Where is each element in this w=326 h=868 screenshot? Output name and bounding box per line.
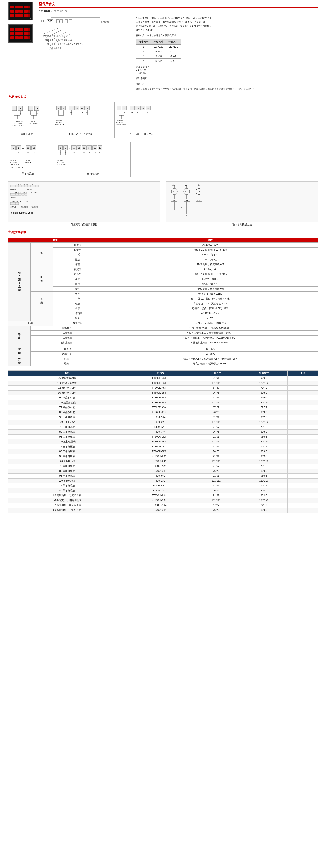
svg-text:AC220V或: AC220V或 [14,123,22,124]
svg-rect-180 [13,193,16,195]
value-analog-output: 4 路模拟量输出，4~20mA/0~20mA [102,340,318,345]
svg-text:开关量输出: 开关量输出 [31,206,38,208]
param-accuracy-current: 精度 [53,286,102,291]
param-work-range: 工作范围 [53,311,102,316]
product-func-code: 产品功能代号 E：基本型 Z：增强型 设计序列号 公司代号 [136,65,318,86]
svg-text:A  A*: A A* [173,200,176,202]
params-title: 主要技术参数 [8,230,318,236]
svg-text:...: ... [69,147,70,149]
table-row: 80 数码管多功能FT800E-3S476*7680*80 [8,390,318,395]
svg-text:数字量输出: 数字量输出 [21,206,28,208]
svg-text:18: 18 [137,107,139,110]
wiring-single-current: 1 2 ... 11 12 L N IS* IS [8,142,48,177]
svg-text:2: 2 [124,107,125,110]
svg-text:CT: CT [173,191,176,193]
model-content: 型号及含义 FT 800 - □ □+□ □ FT 800 - □ [39,2,318,91]
input-signal-svg: A相 CT A A* A B相 CT [166,181,318,222]
svg-text:□: □ [67,20,68,23]
svg-text:变送输出: 变送输出 [10,197,16,198]
models-header-hole: 开孔尺寸 [192,370,240,376]
svg-text:1: 1 [60,147,61,149]
svg-text:2: 2 [18,147,19,149]
table-row: 120 单相电压表FT800UI-2K1111*111120*120 [8,459,318,464]
size-table: 尺寸代号 外形尺寸 开孔尺寸 2120×120111×111998×9891×9… [136,39,181,63]
size-table-header-hole: 开孔尺寸 [166,39,180,44]
wiring-input-signal: A相 CT A A* A B相 CT [166,181,318,226]
value-power-display: 有功、无功、视在功率，精度 0.5 级 [102,296,318,301]
svg-text:IC: IC [99,152,101,153]
svg-text:1: 1 [13,107,15,110]
svg-text:公司代号: 公司代号 [101,21,109,24]
value-energy: 有功精度 0.5S，无功精度 1.5S [102,301,318,306]
table-row: 72 三相电压表FT800U-AK467*6772*72 [8,444,318,449]
param-switch-output-2: 开关量输出 [31,335,102,340]
svg-text:C  C*: C C* [197,200,200,202]
table-row: 96 数码管多功能FT800E-9S491*9196*96 [8,376,318,380]
svg-text:测量输入: 测量输入 [26,159,32,161]
svg-text:B  B*: B B* [185,200,188,202]
models-header-code: 公司代号 [126,370,192,376]
low-voltage-wiring-svg: 11 12 13 14 15 16 17 18 19 20 [8,181,160,222]
svg-text:1: 1 [12,147,13,149]
table-row: 72 三相电流表FT800I-AK467*6772*72 [8,425,318,429]
svg-text:AC220V或: AC220V或 [10,161,17,163]
svg-text:辅助电源: 辅助电源 [117,120,123,121]
wiring-title-single-voltage: 单相电压表 [10,132,43,136]
svg-text:2: 2 [63,107,64,110]
param-analog-output: 模拟量输出 [31,340,102,345]
svg-text:2: 2 [20,107,21,110]
wiring-title-single-current: 单相电流表 [10,172,46,176]
svg-text:IA*: IA* [72,152,75,153]
aux-code-note: 辅助代号，表示仪表外形尺寸及开孔尺寸 [136,34,318,37]
low-voltage-label: 低压网络典型接线示意图 [8,223,160,226]
svg-rect-182 [19,193,21,195]
svg-text:辅助电源: 辅助电源 [57,159,63,161]
models-header-note: 备注 [288,370,318,376]
product-images: A A [8,2,35,91]
value-rated-current: AC 1A、5A [102,267,318,272]
svg-text:...: ... [22,147,24,149]
svg-text:测量输入: 测量输入 [30,121,37,122]
cat-safety: 安全 [8,356,31,366]
svg-text:800: 800 [48,20,52,23]
models-header-outer: 外形尺寸 [240,370,288,376]
cat-power: 电源 [8,321,53,326]
wiring-row-2: 1 2 ... 11 12 L N IS* IS [8,142,318,177]
svg-rect-184 [25,193,27,195]
model-note: 说明：命名义是对产品型号中的符号所对应的不同含义作出的概括说明，选型时请参见详细… [136,87,318,91]
value-work-condition: -10~55℃ [102,346,318,351]
param-rated-voltage: 额定值 [53,242,102,247]
param-storage-env: 储存环境 [31,351,102,356]
table-row: 72 单相电流表FT800I-AK167*6772*72 [8,483,318,488]
svg-text:CT: CT [198,191,200,193]
cat-output: 输出 [8,326,31,346]
svg-text:B: B [186,184,187,185]
svg-rect-174 [33,185,36,187]
svg-text:...: ... [25,107,26,110]
svg-text:电压输入: 电压输入 [27,189,32,190]
svg-text:工作电源: 工作电源 [10,206,16,208]
table-row: 80 单相电压表FT800UI-3K176*7680*80 [8,468,318,473]
table-row: 96 智能电压、电流组合表FT800UI-9K491*9196*96 [8,493,318,498]
annotation-4-text: 4：三相电压（相/线）、三相电流、三相有功功率（分、总）、三相无功功率、 三相功… [136,16,318,32]
svg-rect-188 [13,203,16,205]
params-table: 性能 参数 输入测量显示 电压 额定值 AC100V/400V 过负荷 持续：1… [8,238,318,366]
svg-text:Ua: Ua [137,112,139,114]
svg-rect-179 [10,193,13,195]
svg-text:12: 12 [33,147,35,149]
svg-text:...: ... [67,107,68,110]
svg-text:+: + [63,20,65,23]
params-header-perf: 性能 [8,238,102,242]
svg-text:11 12 13 14 15 16 17 18 19 20: 11 12 13 14 15 16 17 18 19 20 [10,183,33,185]
svg-text:18: 18 [35,107,38,110]
table-row: 72 液晶多功能FT800E-ASY67*6772*72 [8,405,318,410]
svg-text:特定产品代码，默认为缺省: 特定产品代码，默认为缺省 [43,35,68,37]
value-display-type: 可编组、切换、循环（LED）显示 [102,306,318,311]
table-row: 96 单相电流表FT800I-9K191*9196*96 [8,473,318,478]
svg-rect-168 [16,185,19,187]
svg-text:辅助电源: 辅助电源 [16,121,23,122]
svg-rect-171 [25,185,27,187]
section-wiring: 产品接线方式 1 2 ... 17 18 L [8,95,318,226]
table-row: 80 三相电流表FT800I-3K476*7680*80 [8,429,318,434]
value-rated-voltage: AC100V/400V [102,242,318,247]
